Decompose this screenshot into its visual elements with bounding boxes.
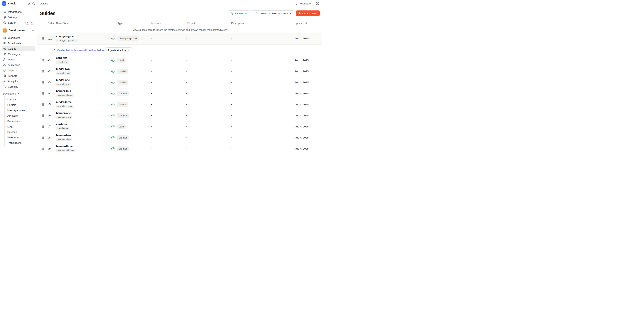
sidebar-item[interactable]: Broadcasts bbox=[2, 41, 36, 46]
drag-handle-icon[interactable] bbox=[42, 136, 44, 139]
guide-audience: - bbox=[151, 103, 186, 106]
notifications-bell-icon[interactable] bbox=[27, 2, 30, 5]
layers-icon bbox=[3, 36, 6, 39]
guide-key-badge: changelog-card bbox=[56, 39, 78, 42]
guide-row[interactable]: #6 banner-one banner-one banner - - - Au… bbox=[37, 110, 322, 121]
guide-row[interactable]: #7 card-one card-one card - - - Aug 4, 2… bbox=[37, 121, 322, 132]
drag-handle-icon[interactable] bbox=[42, 114, 44, 117]
guide-name[interactable]: banner-three bbox=[56, 145, 73, 148]
drag-handle-icon[interactable] bbox=[42, 70, 44, 73]
drag-handle-icon[interactable] bbox=[42, 103, 44, 106]
guide-row[interactable]: #3 modal-one modal-one modal - - - Aug 4… bbox=[37, 77, 322, 88]
guide-updated-at: Aug 4, 2025 bbox=[277, 103, 317, 106]
feedback-button[interactable]: Feedback? bbox=[296, 2, 312, 5]
sidebar-item[interactable]: Search ⌘K bbox=[2, 20, 36, 25]
sidebar-item[interactable]: Messages bbox=[2, 51, 36, 57]
search-icon[interactable] bbox=[32, 2, 35, 5]
sidebar-item[interactable]: Objects bbox=[2, 68, 36, 73]
guide-name[interactable]: changelog-card bbox=[56, 35, 76, 38]
guide-url-path: - bbox=[186, 59, 231, 62]
sidebar-item[interactable]: Guides bbox=[2, 46, 36, 51]
guide-key-badge: banner-three bbox=[56, 149, 75, 152]
sidebar-subitem[interactable]: Preferences bbox=[5, 118, 36, 124]
drag-handle-icon[interactable] bbox=[42, 147, 44, 150]
sidebar-item[interactable]: Workflows bbox=[2, 35, 36, 41]
guide-row[interactable]: #2 modal-two modal-two modal - - - Aug 4… bbox=[37, 66, 322, 77]
guide-order: #5 bbox=[48, 103, 56, 106]
throttle-limit-select[interactable]: 1 guide at a time bbox=[106, 48, 132, 53]
guide-order: #3 bbox=[48, 81, 56, 84]
guide-description: - bbox=[231, 147, 277, 150]
guide-url-path: - bbox=[186, 114, 231, 117]
sidebar-item-label: Guides bbox=[8, 47, 16, 50]
users-icon bbox=[3, 58, 6, 61]
sidebar-subitem[interactable]: Logs bbox=[5, 124, 36, 129]
sidebar-subitem[interactable]: Translations bbox=[5, 140, 36, 145]
drag-handle-icon[interactable] bbox=[42, 125, 44, 128]
throttle-dropdown[interactable]: Throttle: 1 guide at a time bbox=[252, 11, 294, 16]
guide-key-badge: banner-two bbox=[56, 138, 72, 141]
guide-name[interactable]: card-two bbox=[56, 56, 67, 60]
chevron-down-icon bbox=[289, 12, 292, 15]
sidebar-item[interactable]: Tenants bbox=[2, 73, 36, 79]
guide-row[interactable]: #1 card-two card-two card - - - Aug 4, 2… bbox=[37, 55, 322, 66]
guide-name[interactable]: modal-two bbox=[56, 67, 70, 71]
guide-order: #4 bbox=[48, 92, 56, 95]
sidebar-item[interactable]: Users bbox=[2, 57, 36, 62]
column-type: Type bbox=[111, 22, 151, 25]
guide-audience: - bbox=[151, 136, 186, 139]
sidebar-item[interactable]: Audiences bbox=[2, 62, 36, 68]
sidebar-item-label: Settings bbox=[8, 16, 18, 19]
guide-order: #8 bbox=[48, 136, 56, 139]
guide-description: - bbox=[231, 92, 277, 95]
drag-handle-icon[interactable] bbox=[42, 92, 44, 95]
sidebar-item[interactable]: Commits bbox=[2, 84, 36, 89]
guide-url-path: - bbox=[186, 147, 231, 150]
guide-row[interactable]: #4 banner-four banner-four banner - - - … bbox=[37, 88, 322, 99]
drag-handle-icon[interactable] bbox=[42, 59, 44, 62]
sidebar-item[interactable]: Analytics bbox=[2, 79, 36, 84]
guide-name[interactable]: banner-four bbox=[56, 90, 72, 93]
guide-row[interactable]: #9 banner-three banner-three banner - - … bbox=[37, 143, 322, 154]
drag-handle-icon[interactable] bbox=[42, 37, 44, 40]
guide-name[interactable]: banner-two bbox=[56, 134, 71, 137]
guide-row[interactable]: #5 modal-three modal-three modal - - - A… bbox=[37, 99, 322, 110]
sidebar-subitem[interactable]: Layouts bbox=[5, 97, 36, 102]
sidebar-subitem[interactable]: Sources bbox=[5, 129, 36, 135]
guide-type-badge: modal bbox=[117, 102, 128, 107]
sidebar-item[interactable]: Integrations bbox=[2, 9, 36, 15]
guides-icon bbox=[3, 47, 6, 50]
integrations-icon bbox=[3, 10, 6, 13]
sidebar-item[interactable]: Settings bbox=[2, 15, 36, 20]
megaphone-icon bbox=[296, 2, 298, 5]
sidebar-subitem[interactable]: Webhooks bbox=[5, 135, 36, 140]
guide-row[interactable]: #8 banner-two banner-two banner - - - Au… bbox=[37, 132, 322, 143]
guide-name[interactable]: modal-three bbox=[56, 101, 72, 104]
guide-type-badge: modal bbox=[117, 80, 128, 85]
sidebar-subitem[interactable]: Partials bbox=[5, 102, 36, 108]
environment-switcher[interactable]: Development bbox=[2, 27, 36, 34]
create-guide-button[interactable]: Create guide bbox=[296, 11, 320, 16]
guide-audience: - bbox=[151, 70, 186, 73]
guide-type-badge: modal bbox=[117, 69, 128, 74]
status-active-icon bbox=[111, 37, 115, 40]
drag-handle-icon[interactable] bbox=[42, 81, 44, 84]
pages-icon bbox=[3, 69, 6, 72]
developers-section-toggle[interactable]: Developers bbox=[2, 91, 36, 96]
column-order: Order bbox=[48, 22, 56, 25]
guide-name[interactable]: banner-one bbox=[56, 112, 71, 115]
guide-name[interactable]: card-one bbox=[56, 123, 68, 126]
save-order-button[interactable]: Save order bbox=[228, 11, 250, 16]
sidebar-subitem[interactable]: API keys bbox=[5, 113, 36, 118]
sidebar-subitem[interactable]: Message types bbox=[5, 108, 36, 113]
throttle-divider: Guides below this row will be throttled … bbox=[37, 46, 322, 55]
guide-name[interactable]: modal-one bbox=[56, 79, 70, 82]
sidebar-item-label: Users bbox=[8, 58, 15, 61]
guide-row[interactable]: #10 changelog-card changelog-card change… bbox=[37, 33, 322, 44]
sidebar-item-label: Integrations bbox=[8, 11, 22, 13]
keyboard-shortcut: ⌘K bbox=[25, 21, 34, 25]
workspace-switcher-icon[interactable] bbox=[23, 2, 26, 5]
account-menu-icon[interactable] bbox=[316, 2, 319, 6]
guide-audience: - bbox=[151, 92, 186, 95]
sidebar-subitem-label: Webhooks bbox=[7, 136, 20, 139]
